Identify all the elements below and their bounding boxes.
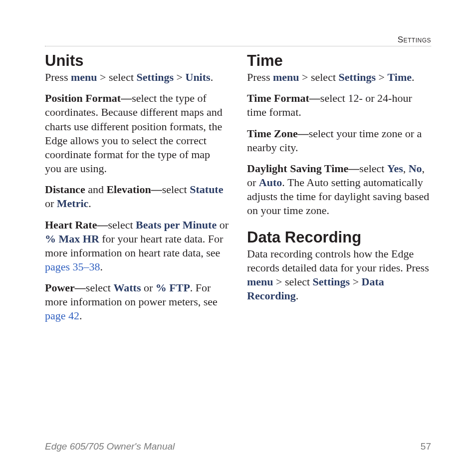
header-divider (45, 46, 431, 46)
content-columns: Units Press menu > select Settings > Uni… (45, 52, 431, 330)
elevation-label: Elevation (106, 183, 151, 196)
text: . (79, 309, 82, 322)
right-column: Time Press menu > select Settings > Time… (247, 52, 431, 330)
watts-option: Watts (113, 281, 141, 294)
power-label: Power (45, 281, 75, 294)
units-intro: Press menu > select Settings > Units. (45, 70, 229, 84)
position-format-paragraph: Position Format—select the type of coord… (45, 91, 229, 176)
time-intro: Press menu > select Settings > Time. (247, 70, 431, 84)
text: > (350, 275, 361, 288)
text: . (412, 71, 415, 83)
dash: — (309, 92, 320, 104)
menu-keyword: menu (71, 71, 97, 83)
heart-rate-paragraph: Heart Rate—select Beats per Minute or % … (45, 218, 229, 274)
text: or (217, 219, 229, 231)
dash: — (97, 219, 108, 231)
auto-option: Auto (259, 176, 282, 189)
text: Data recording controls how the Edge rec… (247, 247, 429, 274)
page-42-link[interactable]: page 42 (45, 309, 79, 322)
position-format-label: Position Format (45, 92, 121, 104)
page-number: 57 (421, 441, 431, 452)
units-keyword: Units (186, 71, 211, 83)
distance-label: Distance (45, 183, 85, 196)
text: and (85, 183, 107, 196)
heart-rate-label: Heart Rate (45, 219, 97, 231)
time-keyword: Time (388, 71, 412, 83)
dst-paragraph: Daylight Saving Time—select Yes, No, or … (247, 162, 431, 218)
menu-keyword: menu (247, 275, 273, 288)
data-recording-paragraph: Data recording controls how the Edge rec… (247, 247, 431, 303)
text: Press (247, 71, 273, 83)
text: or (141, 281, 155, 294)
page: Settings Units Press menu > select Setti… (0, 0, 476, 476)
text: select (108, 219, 136, 231)
dash: — (75, 281, 86, 294)
dash: — (121, 92, 132, 104)
time-format-paragraph: Time Format—select 12- or 24-hour time f… (247, 91, 431, 119)
text: . (296, 289, 299, 302)
dash: — (348, 162, 359, 175)
settings-keyword: Settings (339, 71, 376, 83)
text: Press (45, 71, 71, 83)
left-column: Units Press menu > select Settings > Uni… (45, 52, 229, 330)
footer-title: Edge 605/705 Owner's Manual (45, 441, 175, 452)
settings-keyword: Settings (137, 71, 174, 83)
dash: — (151, 183, 162, 196)
dash: — (298, 127, 309, 140)
metric-option: Metric (57, 197, 89, 210)
text: > select (273, 275, 313, 288)
text: or (45, 197, 57, 210)
running-head: Settings (45, 35, 431, 46)
page-footer: Edge 605/705 Owner's Manual 57 (45, 441, 431, 452)
text: . (100, 260, 103, 273)
dst-label: Daylight Saving Time (247, 162, 348, 175)
text: select (86, 281, 114, 294)
bpm-option: Beats per Minute (136, 219, 217, 231)
time-zone-label: Time Zone (247, 127, 298, 140)
time-format-label: Time Format (247, 92, 309, 104)
text: select (162, 183, 190, 196)
running-head-text: Settings (398, 35, 431, 44)
time-zone-paragraph: Time Zone—select your time zone or a nea… (247, 127, 431, 155)
no-option: No (409, 162, 422, 175)
ftp-option: % FTP (156, 281, 190, 294)
text: > select (97, 71, 137, 83)
time-heading: Time (247, 52, 431, 69)
data-recording-heading: Data Recording (247, 229, 431, 246)
distance-elevation-paragraph: Distance and Elevation—select Statute or… (45, 183, 229, 211)
text: > select (299, 71, 339, 83)
text: , (403, 162, 409, 175)
settings-keyword: Settings (313, 275, 350, 288)
max-hr-option: % Max HR (45, 233, 99, 245)
text: . (88, 197, 91, 210)
pages-35-38-link[interactable]: pages 35–38 (45, 260, 100, 273)
text: > (174, 71, 185, 83)
yes-option: Yes (387, 162, 403, 175)
power-paragraph: Power—select Watts or % FTP. For more in… (45, 281, 229, 323)
menu-keyword: menu (273, 71, 299, 83)
units-heading: Units (45, 52, 229, 69)
text: select (359, 162, 387, 175)
statute-option: Statute (190, 183, 223, 196)
text: > (376, 71, 387, 83)
text: . (211, 71, 214, 83)
